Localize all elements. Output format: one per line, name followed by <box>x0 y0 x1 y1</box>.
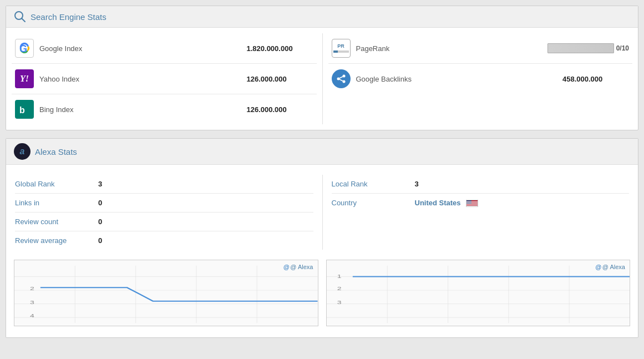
chart1-watermark: @ @ Alexa <box>283 264 313 270</box>
review-average-label: Review average <box>15 236 98 245</box>
local-rank-row: Local Rank 3 <box>332 175 630 194</box>
alexa-col-right: Local Rank 3 Country United States <box>322 175 638 250</box>
yahoo-index-row: Y! Yahoo Index 126.000.000 <box>12 64 317 94</box>
global-rank-label: Global Rank <box>15 180 98 188</box>
chart2-watermark-text: @ Alexa <box>602 264 625 270</box>
us-flag-icon <box>466 200 478 207</box>
pagerank-icon: PR <box>332 39 351 58</box>
svg-point-9 <box>342 80 345 83</box>
google-icon: G <box>15 39 34 58</box>
country-value[interactable]: United States <box>415 199 479 207</box>
bing-index-row: b Bing Index 126.000.000 <box>12 94 317 124</box>
country-label: Country <box>332 199 415 207</box>
svg-point-7 <box>337 78 339 80</box>
links-in-row: Links in 0 <box>15 194 313 213</box>
svg-text:1: 1 <box>337 274 341 279</box>
svg-point-8 <box>342 75 345 78</box>
search-icon <box>14 11 26 23</box>
google-index-value: 1.820.000.000 <box>247 44 313 53</box>
pagerank-label: PageRank <box>356 44 542 53</box>
svg-text:3: 3 <box>30 299 34 305</box>
alexa-stats-title: Alexa Stats <box>35 147 77 156</box>
local-rank-label: Local Rank <box>332 180 415 188</box>
stats-col-right: PR PageRank 0/10 <box>322 33 638 124</box>
pagerank-row: PR PageRank 0/10 <box>328 33 633 64</box>
alexa-stats-header: a Alexa Stats <box>6 139 638 165</box>
search-engine-stats-panel: Search Engine Stats <box>6 6 638 130</box>
local-rank-value: 3 <box>415 180 419 188</box>
country-row: Country United States <box>332 194 630 212</box>
global-rank-value: 3 <box>98 180 102 188</box>
backlinks-icon <box>332 69 351 88</box>
pagerank-bar <box>547 43 614 53</box>
svg-text:4: 4 <box>30 313 34 318</box>
links-in-value: 0 <box>98 199 102 207</box>
global-rank-row: Global Rank 3 <box>15 175 313 194</box>
chart2-svg: 1 2 3 <box>327 260 630 326</box>
google-index-row: G Google Index 1.820.000.000 <box>12 33 317 64</box>
chart1-watermark-text: @ Alexa <box>290 264 313 270</box>
google-backlinks-value: 458.000.000 <box>562 75 629 83</box>
google-backlinks-row: Google Backlinks 458.000.000 <box>328 64 633 94</box>
pagerank-bar-container: 0/10 <box>547 43 629 53</box>
alexa-col-left: Global Rank 3 Links in 0 Review count 0 … <box>6 175 322 250</box>
alexa-stats-body: Global Rank 3 Links in 0 Review count 0 … <box>6 165 638 337</box>
bing-icon: b <box>15 100 34 119</box>
review-average-value: 0 <box>98 236 102 245</box>
search-engine-stats-body: G Google Index 1.820.000.000 Y! Yahoo In… <box>6 28 638 130</box>
yahoo-index-label: Yahoo Index <box>39 75 241 83</box>
review-count-label: Review count <box>15 218 98 226</box>
pagerank-score: 0/10 <box>616 44 629 52</box>
chart1-svg: 2 3 4 <box>14 260 318 326</box>
google-index-label: Google Index <box>39 44 241 53</box>
google-backlinks-label: Google Backlinks <box>356 75 557 83</box>
alexa-stats-panel: a Alexa Stats Global Rank 3 Links in 0 R… <box>6 138 638 338</box>
svg-point-6 <box>334 72 348 86</box>
svg-text:G: G <box>19 43 27 54</box>
search-engine-stats-title: Search Engine Stats <box>31 12 107 22</box>
country-name: United States <box>415 199 461 207</box>
yahoo-index-value: 126.000.000 <box>247 75 313 83</box>
links-in-label: Links in <box>15 199 98 207</box>
svg-text:2: 2 <box>337 286 341 291</box>
svg-line-1 <box>22 19 26 22</box>
review-count-value: 0 <box>98 218 102 226</box>
review-count-row: Review count 0 <box>15 213 313 231</box>
bing-index-label: Bing Index <box>39 105 241 114</box>
alexa-stats-grid: Global Rank 3 Links in 0 Review count 0 … <box>6 170 638 254</box>
svg-text:3: 3 <box>337 299 341 305</box>
stats-col-left: G Google Index 1.820.000.000 Y! Yahoo In… <box>6 33 322 124</box>
chart2-watermark: @ @ Alexa <box>595 264 625 270</box>
svg-text:b: b <box>19 105 25 115</box>
search-engine-stats-header: Search Engine Stats <box>6 6 638 28</box>
alexa-chart-1: @ @ Alexa 2 3 4 <box>14 260 318 326</box>
yahoo-icon: Y! <box>15 69 34 88</box>
alexa-charts-row: @ @ Alexa 2 3 4 <box>6 254 638 332</box>
stats-grid: G Google Index 1.820.000.000 Y! Yahoo In… <box>6 33 638 124</box>
svg-text:2: 2 <box>30 286 34 291</box>
alexa-icon: a <box>14 143 31 160</box>
bing-index-value: 126.000.000 <box>247 105 313 114</box>
review-average-row: Review average 0 <box>15 231 313 250</box>
alexa-chart-2: @ @ Alexa 1 2 3 <box>326 260 631 326</box>
